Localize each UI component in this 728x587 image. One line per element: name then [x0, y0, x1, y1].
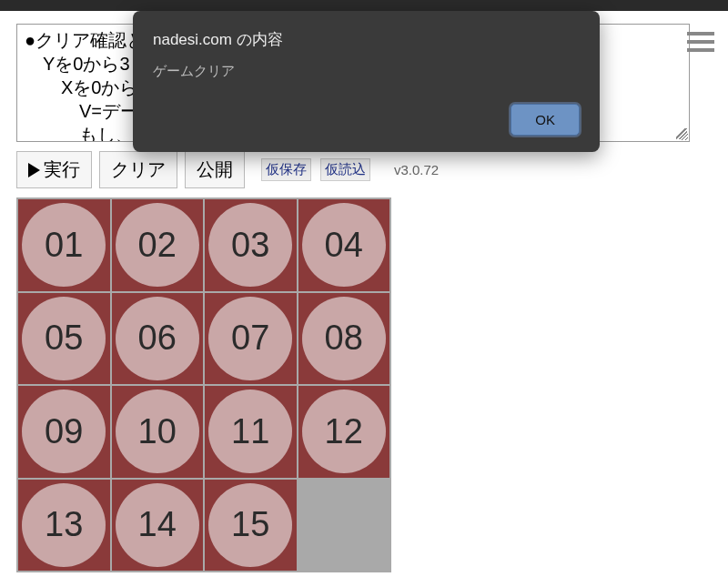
puzzle-tile-13[interactable]: 13 [18, 480, 110, 572]
version-label: v3.0.72 [394, 162, 439, 177]
puzzle-tile-01[interactable]: 01 [18, 199, 110, 291]
puzzle-tile-10[interactable]: 10 [112, 386, 204, 478]
puzzle-tile-label: 09 [22, 390, 106, 473]
alert-title: nadesi.com の内容 [153, 29, 580, 50]
play-icon [28, 163, 40, 177]
alert-message: ゲームクリア [153, 63, 580, 80]
run-button[interactable]: 実行 [16, 151, 92, 188]
browser-top-bar [0, 0, 728, 11]
puzzle-tile-04[interactable]: 04 [298, 199, 390, 291]
puzzle-board: 010203040506070809101112131415 [16, 197, 391, 572]
puzzle-tile-02[interactable]: 02 [112, 199, 204, 291]
puzzle-tile-14[interactable]: 14 [112, 480, 204, 572]
puzzle-tile-label: 06 [116, 297, 199, 380]
alert-ok-button[interactable]: OK [511, 104, 580, 136]
puzzle-tile-06[interactable]: 06 [112, 293, 204, 385]
clear-button[interactable]: クリア [99, 151, 177, 188]
puzzle-tile-11[interactable]: 11 [205, 386, 297, 478]
puzzle-tile-label: 15 [208, 483, 292, 567]
puzzle-tile-label: 08 [302, 297, 386, 380]
puzzle-tile-label: 07 [208, 297, 292, 380]
puzzle-tile-label: 11 [208, 390, 292, 473]
puzzle-tile-label: 14 [116, 483, 199, 567]
puzzle-tile-label: 12 [302, 390, 386, 473]
puzzle-tile-09[interactable]: 09 [18, 386, 110, 478]
puzzle-tile-label: 05 [22, 297, 106, 380]
puzzle-empty-slot [298, 480, 390, 572]
toolbar: 実行 クリア 公開 仮保存 仮読込 v3.0.72 [16, 151, 712, 188]
puzzle-tile-12[interactable]: 12 [298, 386, 390, 478]
puzzle-tile-label: 03 [208, 203, 292, 287]
puzzle-tile-08[interactable]: 08 [298, 293, 390, 385]
puzzle-tile-label: 01 [22, 203, 106, 287]
puzzle-tile-15[interactable]: 15 [205, 480, 297, 572]
publish-button[interactable]: 公開 [185, 151, 245, 188]
puzzle-tile-label: 02 [116, 203, 199, 287]
puzzle-tile-07[interactable]: 07 [205, 293, 297, 385]
run-label: 実行 [44, 157, 80, 182]
tmp-save-link[interactable]: 仮保存 [261, 158, 311, 181]
puzzle-tile-label: 04 [302, 203, 386, 287]
puzzle-tile-label: 10 [116, 390, 199, 473]
tmp-load-link[interactable]: 仮読込 [320, 158, 370, 181]
puzzle-tile-label: 13 [22, 483, 106, 567]
alert-dialog: nadesi.com の内容 ゲームクリア OK [133, 11, 600, 152]
puzzle-tile-03[interactable]: 03 [205, 199, 297, 291]
puzzle-tile-05[interactable]: 05 [18, 293, 110, 385]
menu-icon[interactable] [687, 32, 714, 52]
